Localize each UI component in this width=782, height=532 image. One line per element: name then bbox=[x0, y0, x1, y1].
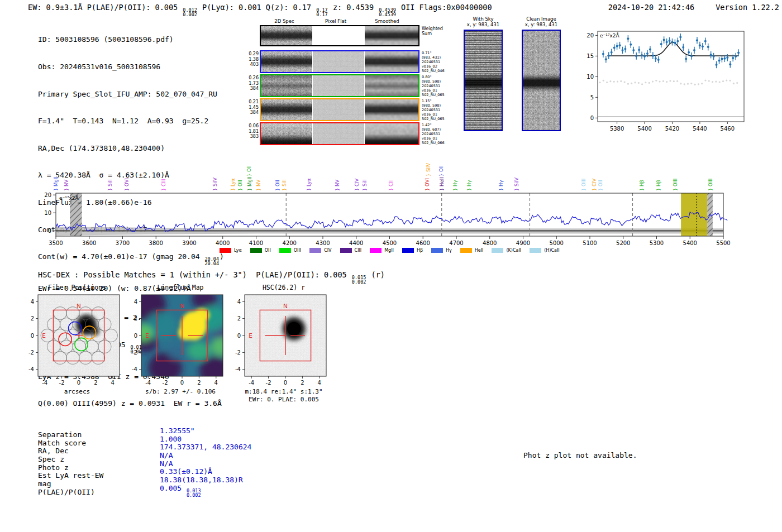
table-row: mag18.38(18.38,18.38)R bbox=[38, 480, 251, 488]
cutout-image-soft bbox=[365, 99, 418, 120]
svg-text:-2: -2 bbox=[132, 349, 137, 356]
emission-line-label: } NV bbox=[256, 180, 261, 191]
svg-text:0: 0 bbox=[31, 333, 34, 339]
legend-swatch bbox=[530, 248, 541, 253]
cutout-right-labels: 0.71"(983, 431)20240531v016_02502_RU_046 bbox=[422, 51, 445, 73]
row-label: P(LAE)/P(OII) bbox=[38, 488, 160, 496]
svg-text:2: 2 bbox=[197, 380, 201, 386]
svg-text:5: 5 bbox=[590, 94, 594, 100]
cutout-image-fine bbox=[261, 26, 312, 45]
emission-line-label: } SiIV bbox=[426, 163, 431, 176]
lineflux-xlabel: s/b: 2.97 +/- 0.106 bbox=[125, 388, 236, 395]
svg-text:e⁻¹⁷x2Å: e⁻¹⁷x2Å bbox=[600, 32, 620, 39]
hsc-dex-summary: HSC-DEX : Possible Matches = 1 (within +… bbox=[38, 270, 385, 284]
legend-label: OIII bbox=[294, 248, 301, 253]
emission-line-label: } SiII bbox=[362, 179, 368, 191]
table-row: RA, Dec174.373371, 48.230624 bbox=[38, 447, 251, 455]
report-header: EW: 0.9±3.1Å P(LAE)/P(OII): 0.005 0.0120… bbox=[28, 3, 779, 17]
svg-text:0: 0 bbox=[134, 333, 137, 339]
fiber-cutout-row bbox=[260, 74, 419, 97]
fiber-cutout-row bbox=[260, 50, 419, 73]
info-line-id: ID: 5003108596 (5003108596.pdf) bbox=[38, 35, 224, 44]
info-line-seeing: F=1.4" T=0.143 N=1.12 A=0.93 g=25.2 bbox=[38, 117, 224, 126]
report-timestamp: 2024-10-20 21:42:46 bbox=[608, 3, 694, 12]
svg-text:E: E bbox=[42, 332, 46, 339]
svg-text:5300: 5300 bbox=[650, 240, 664, 246]
clean-image bbox=[522, 30, 561, 131]
emission-line-label: } CIII bbox=[161, 179, 166, 191]
svg-text:20: 20 bbox=[44, 192, 51, 198]
emission-line-label: } Hβ bbox=[639, 180, 645, 191]
legend-swatch bbox=[309, 248, 321, 253]
cutout-image-flat bbox=[313, 123, 364, 144]
svg-text:4000: 4000 bbox=[216, 240, 230, 246]
sky-panel-title: With Sky bbox=[464, 16, 503, 22]
legend-label: Hγ bbox=[446, 248, 452, 253]
header-meta: 2024-10-20 21:42:46Version 1.22.2 bbox=[587, 3, 779, 17]
row-value: 18.38(18.38,18.38)R bbox=[160, 476, 243, 484]
legend-swatch bbox=[220, 248, 231, 253]
svg-text:4700: 4700 bbox=[449, 240, 463, 246]
info-line-q: Q(0.00) OIII(4959) z = 0.0931 EW r = 3.6… bbox=[38, 399, 224, 408]
row-label: Match score bbox=[38, 439, 160, 447]
legend-swatch bbox=[402, 248, 414, 253]
emission-line-label: } MgII bbox=[247, 176, 252, 191]
svg-text:E: E bbox=[145, 332, 149, 339]
svg-text:4300: 4300 bbox=[316, 240, 330, 246]
svg-text:-4: -4 bbox=[249, 380, 254, 386]
svg-text:4: 4 bbox=[134, 299, 137, 305]
svg-text:4400: 4400 bbox=[349, 240, 363, 246]
row-label: Separation bbox=[38, 430, 160, 439]
table-row: P(LAE)/P(OII)0.005 0.0130.002 bbox=[38, 488, 251, 496]
info-line-obs: Obs: 20240531v016_5003108596 bbox=[38, 63, 224, 71]
legend-swatch bbox=[431, 248, 443, 253]
legend-swatch bbox=[370, 248, 382, 253]
emission-line-label: } CIV bbox=[354, 178, 360, 191]
fiber-positions-title: Fiber Positions bbox=[21, 284, 133, 291]
emission-line-label: } OIII bbox=[581, 179, 586, 191]
svg-text:2: 2 bbox=[237, 315, 241, 322]
with-sky-image bbox=[464, 30, 503, 131]
phot-z-note: Phot z plot not available. bbox=[523, 451, 637, 459]
svg-text:3900: 3900 bbox=[182, 240, 196, 246]
cutout-image-flat bbox=[313, 75, 364, 96]
cutout-image-soft bbox=[365, 26, 418, 45]
legend-swatch bbox=[340, 248, 352, 253]
legend-swatch bbox=[460, 248, 472, 253]
legend-swatch bbox=[279, 248, 291, 253]
emission-line-label: } Lyα bbox=[230, 178, 236, 191]
emission-line-label: } Hβ bbox=[656, 180, 661, 191]
sky-panel-coords: x, y: 983, 431 bbox=[522, 22, 561, 27]
full-spectrum-plot: 0102035003600370038003900400041004200430… bbox=[0, 150, 782, 261]
svg-text:4500: 4500 bbox=[383, 240, 397, 246]
line-fit-plot: 0510152053805400542054405460e⁻¹⁷x2Å bbox=[581, 26, 748, 135]
svg-text:4200: 4200 bbox=[283, 240, 297, 246]
emission-line-label: } NV bbox=[335, 180, 340, 191]
cutout-column-header: Smoothed bbox=[363, 18, 412, 24]
hsc-image-title: HSC(26.2) r bbox=[228, 284, 340, 291]
svg-text:5200: 5200 bbox=[616, 240, 630, 246]
svg-text:4: 4 bbox=[31, 299, 34, 305]
match-table: Separation1.32555" Match score1.000 RA, … bbox=[38, 430, 251, 496]
hsc-image-plot: -4-4-2-2002244NE bbox=[228, 294, 340, 387]
svg-text:3500: 3500 bbox=[49, 240, 63, 246]
svg-text:-4: -4 bbox=[42, 380, 47, 386]
fiber-positions-plot: -4-4-2-2002244NE bbox=[21, 294, 133, 387]
svg-text:4600: 4600 bbox=[416, 240, 430, 246]
row-label: Est LyA rest-EW bbox=[38, 471, 160, 480]
svg-text:-2: -2 bbox=[163, 380, 168, 386]
row-label: Spec z bbox=[38, 455, 160, 463]
svg-text:2: 2 bbox=[301, 380, 304, 386]
weighted-sum-label: WeightedSum bbox=[422, 26, 443, 36]
emission-line-label: } MgII bbox=[53, 176, 59, 191]
svg-text:N: N bbox=[77, 303, 81, 309]
info-line-amp: Primary Spec_Slot_IFU_AMP: 502_070_047_R… bbox=[38, 90, 224, 99]
legend-label: OII bbox=[265, 248, 271, 253]
cutout-image-fine bbox=[261, 123, 312, 144]
svg-text:4800: 4800 bbox=[483, 240, 497, 246]
svg-text:E: E bbox=[249, 332, 252, 339]
svg-text:-4: -4 bbox=[132, 366, 137, 372]
row-label: Photo z bbox=[38, 463, 160, 472]
svg-text:4: 4 bbox=[318, 380, 321, 386]
row-label: mag bbox=[38, 480, 160, 488]
